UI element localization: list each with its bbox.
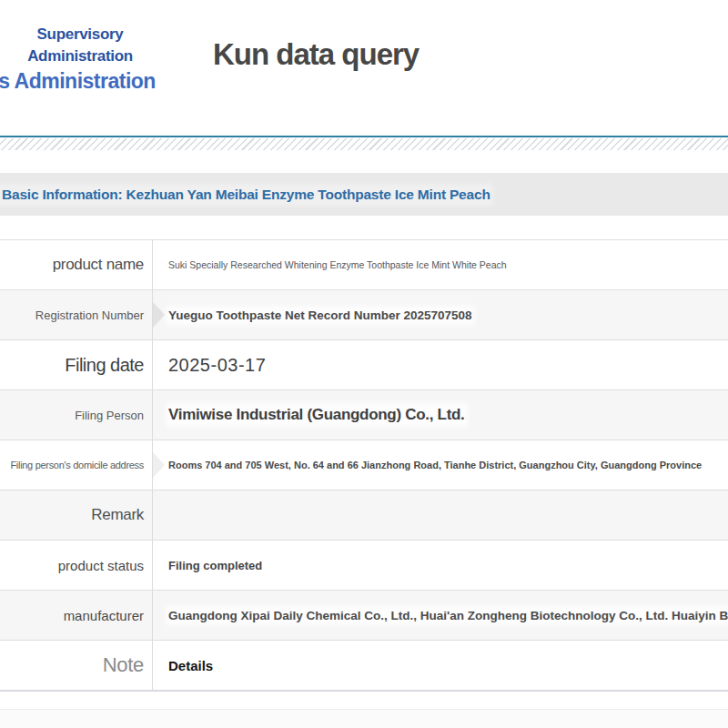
row-label: Remark <box>0 490 153 540</box>
row-label: Note <box>0 641 153 690</box>
footer-strip <box>0 690 728 710</box>
teal-divider-line <box>0 136 728 137</box>
row-label: manufacturer <box>0 591 153 640</box>
logo-text-line1: Supervisory <box>0 24 160 46</box>
footer-background <box>0 710 728 728</box>
arrow-marker-icon <box>153 302 165 328</box>
row-label: Filing date <box>0 340 153 389</box>
row-label: Filing person's domicile address <box>0 440 153 490</box>
row-value: Filing completed <box>168 559 262 572</box>
table-row-manufacturer: manufacturer Guangdong Xipai Daily Chemi… <box>0 591 728 641</box>
row-label: product status <box>0 541 153 590</box>
table-row-product-name: product name Suki Specially Researched W… <box>0 240 728 290</box>
row-value: Vimiwise Industrial (Guangdong) Co., Ltd… <box>168 406 465 424</box>
row-value: 2025-03-17 <box>168 355 266 376</box>
section-header: Basic Information: Kezhuan Yan Meibai En… <box>0 173 728 216</box>
arrow-marker-icon <box>153 452 165 478</box>
row-label: Registration Number <box>0 290 153 339</box>
table-row-remark: Remark <box>0 490 728 541</box>
section-title: Basic Information: Kezhuan Yan Meibai En… <box>0 187 490 203</box>
table-row-filing-person: Filing Person Vimiwise Industrial (Guang… <box>0 390 728 440</box>
row-value: Suki Specially Researched Whitening Enzy… <box>168 259 507 270</box>
agency-logo: Supervisory Administration ts Administra… <box>0 24 160 95</box>
table-row-product-status: product status Filing completed <box>0 541 728 591</box>
row-label: Filing Person <box>0 390 153 440</box>
info-table: product name Suki Specially Researched W… <box>0 239 728 691</box>
row-label: product name <box>0 240 153 289</box>
table-row-filing-date: Filing date 2025-03-17 <box>0 340 728 390</box>
hatched-divider <box>0 138 728 150</box>
row-value: Guangdong Xipai Daily Chemical Co., Ltd.… <box>168 609 728 622</box>
table-row-registration-number: Registration Number Yueguo Toothpaste Ne… <box>0 290 728 340</box>
logo-text-line2: Administration <box>0 46 160 67</box>
details-link[interactable]: Details <box>168 658 213 673</box>
logo-text-line3: ts Administration <box>0 67 160 95</box>
table-row-domicile-address: Filing person's domicile address Rooms 7… <box>0 440 728 490</box>
row-value: Rooms 704 and 705 West, No. 64 and 66 Ji… <box>168 460 702 470</box>
table-row-note: Note Details <box>0 641 728 691</box>
row-value: Yueguo Toothpaste Net Record Number 2025… <box>168 308 472 322</box>
page-title: Kun data query <box>213 37 419 72</box>
